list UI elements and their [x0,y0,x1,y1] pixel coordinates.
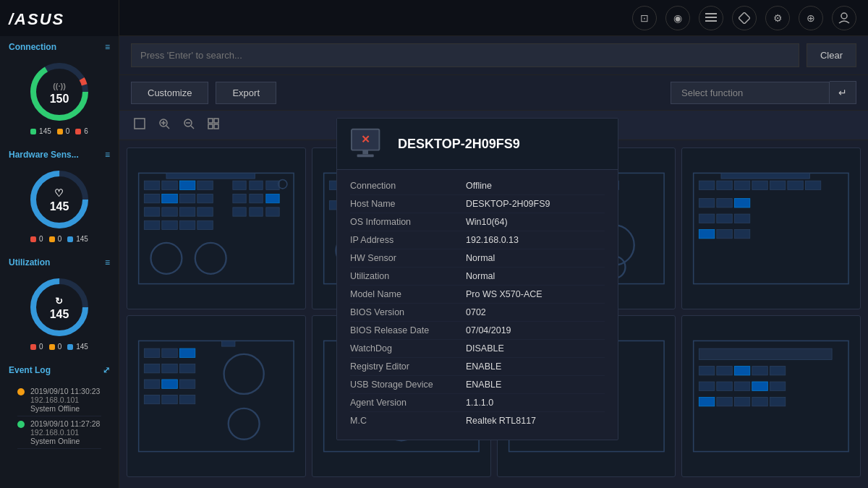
view-area: ✕ DESKTOP-2H09FS9 Connection OfflineHost… [119,111,868,488]
svg-rect-105 [717,214,732,223]
svg-rect-100 [721,173,810,179]
hardware-gauge: ♡ 145 [27,167,92,232]
function-enter-button[interactable]: ↵ [830,81,856,104]
device-info-row: M.C Realtek RTL8117 [350,412,605,429]
device-info-row: Host Name DESKTOP-2H09FS9 [350,195,605,213]
action-bar: Customize Export Select function ↵ [119,75,868,111]
device-info-value: Offline [466,181,492,191]
monitor-nav-icon[interactable]: ⊡ [632,6,657,30]
svg-rect-116 [144,364,159,373]
clear-button[interactable]: Clear [807,43,856,67]
svg-rect-8 [705,13,717,14]
hardware-expand-icon[interactable]: ≡ [105,150,110,160]
device-info-row: BIOS Version 0702 [350,304,605,322]
svg-rect-106 [735,214,750,223]
device-info-value: 07/04/2019 [466,325,511,335]
select-function-group: Select function ↵ [671,81,856,104]
device-info-label: M.C [350,416,466,426]
list-nav-icon[interactable] [699,6,723,30]
eventlog-expand-icon[interactable]: ⤢ [103,365,110,375]
svg-rect-21 [208,119,213,123]
svg-rect-143 [699,348,833,359]
zoom-in-tool[interactable] [156,116,173,134]
svg-rect-114 [162,348,177,357]
sidebar: /ASUS Connection ≡ ((·)) 150 [0,0,119,488]
svg-rect-50 [250,194,263,203]
svg-rect-117 [162,364,177,373]
utilization-legend: 0 0 145 [30,343,88,351]
connection-gauge-label: ((·)) 150 [50,78,69,106]
svg-rect-109 [735,230,750,239]
device-info-label: Utilization [350,271,466,281]
svg-rect-99 [806,181,821,189]
device-info-row: Utilization Normal [350,267,605,286]
eventlog-title: Event Log ⤢ [9,365,110,375]
device-info-row: Registry Editor ENABLE [350,358,605,376]
logo-area: /ASUS [0,0,119,36]
machine-card-8[interactable] [681,315,861,477]
svg-rect-37 [197,207,213,216]
zoom-out-tool[interactable] [180,116,197,134]
eventlog-section: Event Log ⤢ 2019/09/10 11:30:23 192.168.… [0,359,119,456]
svg-rect-35 [162,207,177,216]
device-info-value: Realtek RTL8117 [466,416,536,426]
svg-rect-54 [266,207,279,216]
database-nav-icon[interactable]: ◉ [665,6,690,30]
device-info-value: ENABLE [466,361,501,372]
svg-rect-40 [179,221,195,229]
connection-title: Connection ≡ [9,42,110,52]
svg-rect-53 [250,207,263,216]
user-nav-icon[interactable] [832,6,856,30]
svg-text:✕: ✕ [361,133,370,145]
event-status-1: System Offline [30,404,100,413]
customize-button[interactable]: Customize [131,82,208,104]
svg-point-12 [841,13,847,19]
event-dot-1 [17,388,25,395]
svg-rect-129 [222,341,235,346]
function-select[interactable]: Select function [671,82,830,104]
device-info-label: USB Storage Device [350,380,466,390]
utilization-gauge-label: ↻ 145 [50,294,69,321]
search-input[interactable] [131,43,799,67]
svg-rect-102 [717,199,732,207]
event-ip-1: 192.168.0.101 [30,395,100,404]
machine-card-5[interactable] [127,315,306,477]
network-nav-icon[interactable] [732,6,757,30]
svg-line-15 [166,126,169,129]
device-info-row: Model Name Pro WS X570-ACE [350,286,605,304]
svg-rect-122 [144,395,159,403]
device-info-label: Connection [350,181,466,191]
settings-nav-icon[interactable]: ⚙ [765,6,790,30]
machine-card-4[interactable] [681,147,861,309]
svg-rect-93 [699,181,715,189]
device-info-row: OS Information Win10(64) [350,213,605,231]
svg-rect-48 [266,181,279,189]
machine-card-1[interactable] [127,147,306,309]
grid-tool[interactable] [205,116,222,134]
svg-rect-30 [144,194,159,203]
export-button[interactable]: Export [216,82,276,104]
device-info-value: 0702 [466,307,486,317]
event-time-1: 2019/09/10 11:30:23 [30,387,100,395]
svg-rect-155 [717,398,732,406]
svg-rect-13 [135,119,145,129]
svg-rect-43 [162,194,177,203]
utilization-expand-icon[interactable]: ≡ [105,257,110,267]
device-info-value: Normal [466,253,495,263]
svg-rect-147 [752,367,767,375]
globe-nav-icon[interactable]: ⊕ [799,6,823,30]
svg-rect-34 [144,207,159,216]
svg-rect-110 [735,199,750,207]
select-tool[interactable] [131,116,148,134]
svg-rect-41 [197,221,213,229]
device-panel: ✕ DESKTOP-2H09FS9 Connection OfflineHost… [336,118,618,440]
device-info-value: DESKTOP-2H09FS9 [466,199,550,209]
device-info-row: Connection Offline [350,177,605,195]
svg-rect-150 [717,382,732,390]
device-info-label: HW Sensor [350,253,466,263]
svg-rect-159 [735,367,750,375]
connection-expand-icon[interactable]: ≡ [105,42,110,52]
device-info-label: BIOS Release Date [350,325,466,335]
asus-logo: /ASUS [9,10,110,29]
device-info-value: Normal [466,271,495,281]
